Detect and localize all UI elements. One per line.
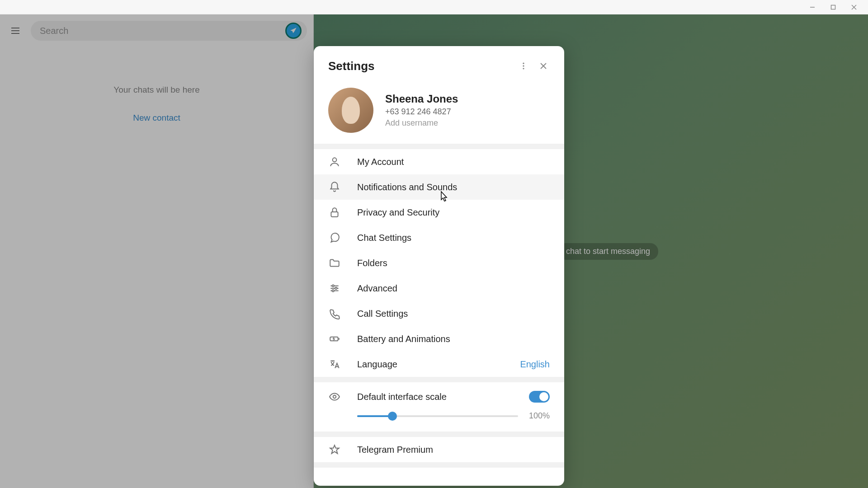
profile-name: Sheena Jones: [385, 93, 458, 105]
language-icon: [328, 358, 341, 371]
menu-label: Notifications and Sounds: [357, 182, 550, 192]
menu-label: Privacy and Security: [357, 207, 550, 218]
menu-item-chat-settings[interactable]: Chat Settings: [314, 225, 564, 250]
svg-rect-1: [831, 5, 835, 9]
modal-more-button[interactable]: [514, 56, 533, 76]
svg-point-12: [333, 158, 337, 162]
section-divider: [314, 144, 564, 149]
window-maximize-button[interactable]: [823, 0, 844, 14]
menu-item-notifications[interactable]: Notifications and Sounds: [314, 174, 564, 200]
lock-icon: [328, 206, 341, 219]
bell-icon: [328, 181, 341, 193]
menu-item-folders[interactable]: Folders: [314, 250, 564, 276]
menu-item-my-account[interactable]: My Account: [314, 149, 564, 174]
star-icon: [328, 443, 341, 456]
menu-label: Folders: [357, 258, 550, 268]
avatar[interactable]: [328, 88, 373, 133]
menu-label: My Account: [357, 157, 550, 167]
menu-label: Chat Settings: [357, 233, 550, 243]
svg-point-8: [523, 65, 524, 66]
add-username-link[interactable]: Add username: [385, 118, 458, 128]
profile-section[interactable]: Sheena Jones +63 912 246 4827 Add userna…: [314, 86, 564, 144]
menu-label: Call Settings: [357, 309, 550, 319]
interface-scale-slider[interactable]: [357, 415, 518, 417]
sliders-icon: [328, 282, 341, 295]
svg-point-15: [332, 285, 334, 286]
section-divider: [314, 432, 564, 437]
menu-item-language[interactable]: Language English: [314, 352, 564, 377]
svg-point-17: [335, 287, 337, 289]
eye-icon: [328, 390, 341, 403]
svg-point-7: [523, 63, 524, 64]
menu-item-advanced[interactable]: Advanced: [314, 276, 564, 301]
folder-icon: [328, 257, 341, 269]
window-close-button[interactable]: [844, 0, 864, 14]
profile-phone: +63 912 246 4827: [385, 107, 458, 117]
section-divider: [314, 462, 564, 468]
menu-label: Language: [357, 359, 504, 370]
interface-scale-toggle[interactable]: [529, 391, 550, 403]
svg-point-9: [523, 68, 524, 69]
interface-scale-label: Default interface scale: [357, 392, 513, 402]
menu-item-privacy[interactable]: Privacy and Security: [314, 200, 564, 225]
menu-item-premium[interactable]: Telegram Premium: [314, 437, 564, 462]
account-icon: [328, 155, 341, 168]
section-divider: [314, 377, 564, 382]
phone-icon: [328, 307, 341, 320]
settings-modal: Settings Sheena Jones +63 912 246 4827 A…: [314, 46, 564, 486]
window-titlebar: [0, 0, 868, 14]
modal-title: Settings: [328, 59, 514, 73]
interface-scale-value: 100%: [527, 411, 550, 421]
chat-icon: [328, 231, 341, 244]
language-value: English: [520, 359, 550, 370]
slider-fill: [357, 415, 392, 417]
menu-item-call-settings[interactable]: Call Settings: [314, 301, 564, 326]
menu-label: Telegram Premium: [357, 445, 550, 455]
menu-label: Advanced: [357, 283, 550, 294]
slider-thumb[interactable]: [388, 412, 397, 421]
window-minimize-button[interactable]: [802, 0, 823, 14]
modal-close-button[interactable]: [533, 56, 553, 76]
menu-item-battery[interactable]: Battery and Animations: [314, 326, 564, 352]
svg-rect-13: [331, 212, 338, 217]
battery-icon: [328, 333, 341, 345]
svg-point-19: [332, 290, 334, 291]
menu-label: Battery and Animations: [357, 334, 550, 344]
svg-point-22: [333, 395, 336, 399]
